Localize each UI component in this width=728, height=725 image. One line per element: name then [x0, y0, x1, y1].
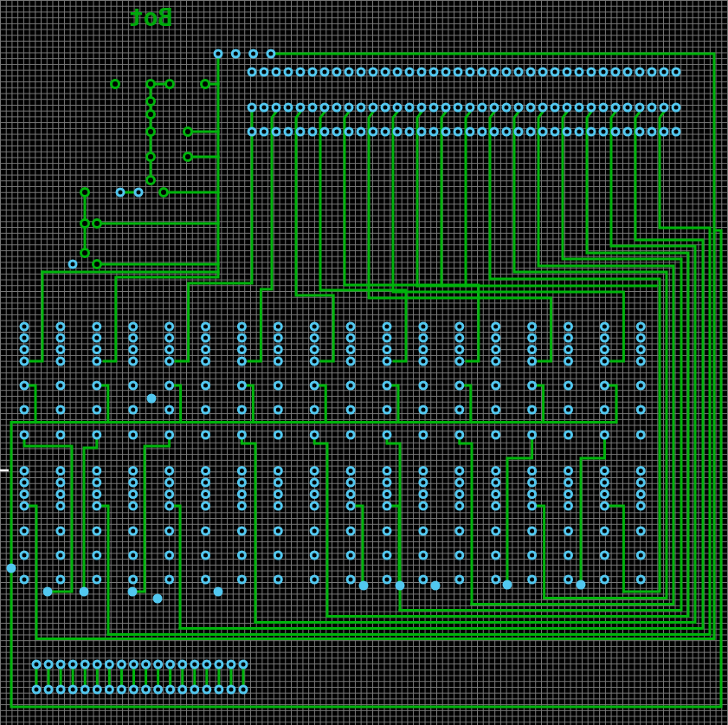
cyan-pad — [228, 686, 235, 693]
cyan-pad — [166, 552, 173, 559]
green-pad — [81, 189, 89, 197]
green-pad — [147, 111, 155, 119]
cyan-pad — [191, 686, 198, 693]
cyan-pad — [203, 358, 209, 365]
pcb-board-svg[interactable]: Bot — [0, 0, 728, 725]
cyan-pad — [297, 104, 304, 111]
cyan-pad — [456, 323, 463, 330]
cyan-pad — [601, 502, 608, 509]
cyan-pad — [601, 346, 608, 353]
filled-via — [431, 581, 441, 591]
cyan-pad — [564, 104, 570, 111]
cyan-pad — [321, 68, 328, 75]
cyan-pad — [57, 406, 64, 413]
cyan-pad — [601, 468, 608, 475]
green-pad — [184, 153, 192, 161]
cyan-pad — [637, 479, 644, 486]
cyan-pad — [467, 128, 474, 135]
cyan-pad — [624, 128, 631, 135]
green-pad — [166, 81, 174, 88]
cyan-pad — [539, 68, 546, 75]
cyan-pad — [382, 128, 389, 135]
filled-via — [147, 394, 157, 404]
cyan-pad — [33, 661, 40, 668]
cyan-pad — [166, 576, 173, 583]
cyan-pad — [57, 552, 64, 559]
cyan-pad — [491, 68, 498, 75]
cyan-pad — [493, 382, 499, 389]
cyan-pad — [491, 104, 498, 111]
cyan-pad — [588, 104, 595, 111]
cyan-pad — [347, 334, 354, 341]
green-pad — [147, 177, 155, 184]
cyan-pad — [166, 468, 173, 475]
cyan-pad — [130, 346, 137, 353]
cyan-pad — [527, 104, 534, 111]
cyan-pad — [261, 68, 267, 75]
cyan-pad — [601, 431, 608, 438]
cyan-pad — [345, 68, 352, 75]
cyan-pad — [637, 468, 644, 475]
cyan-pad — [274, 358, 281, 365]
cyan-pad — [238, 468, 245, 475]
cyan-pad — [130, 491, 137, 498]
cyan-pad — [648, 68, 655, 75]
cyan-pad — [21, 346, 28, 353]
cyan-pad — [347, 323, 354, 330]
green-pad — [147, 81, 155, 88]
cyan-pad — [106, 661, 113, 668]
cyan-pad — [311, 479, 318, 486]
cyan-pad — [93, 431, 100, 438]
cyan-pad — [130, 502, 137, 509]
green-pad — [93, 261, 101, 269]
cyan-pad — [228, 661, 235, 668]
cyan-pad — [370, 104, 377, 111]
cyan-pad — [274, 576, 281, 583]
cyan-pad — [106, 686, 113, 693]
cyan-pad — [601, 323, 608, 330]
cyan-pad — [479, 128, 486, 135]
cyan-pad — [637, 552, 644, 559]
cyan-pad — [166, 346, 173, 353]
cyan-pad — [370, 68, 377, 75]
cyan-pad — [238, 323, 245, 330]
cyan-pad — [93, 382, 100, 389]
cyan-pad — [648, 128, 655, 135]
cyan-pad — [660, 104, 667, 111]
cyan-pad — [383, 552, 390, 559]
cyan-pad — [69, 661, 76, 668]
cyan-pad — [203, 346, 209, 353]
pcb-editor-canvas[interactable]: Bot — [0, 0, 728, 725]
cyan-pad — [479, 68, 486, 75]
green-pad — [147, 128, 155, 136]
cyan-pad — [248, 104, 255, 111]
cyan-pad — [248, 68, 255, 75]
cyan-pad — [430, 128, 437, 135]
cyan-pad — [406, 128, 413, 135]
cyan-pad — [261, 104, 267, 111]
cyan-pad — [203, 502, 209, 509]
cyan-pad — [130, 334, 137, 341]
cyan-pad — [637, 502, 644, 509]
cyan-pad — [166, 491, 173, 498]
cyan-pad — [21, 479, 28, 486]
cyan-pad — [673, 68, 680, 75]
cyan-pad — [551, 128, 558, 135]
cyan-pad — [130, 552, 137, 559]
cyan-pad — [420, 528, 427, 534]
cyan-pad — [118, 661, 125, 668]
cyan-pad — [637, 323, 644, 330]
cyan-pad — [57, 431, 64, 438]
cyan-pad — [383, 346, 390, 353]
cyan-pad — [21, 323, 28, 330]
cyan-pad — [456, 346, 463, 353]
cyan-pad — [529, 491, 536, 498]
filled-via — [7, 564, 16, 573]
cyan-pad — [565, 552, 572, 559]
cyan-pad — [273, 68, 280, 75]
cyan-pad — [456, 382, 463, 389]
cyan-pad — [274, 334, 281, 341]
cyan-pad — [624, 104, 631, 111]
cyan-pad — [21, 502, 28, 509]
cyan-pad — [93, 552, 100, 559]
